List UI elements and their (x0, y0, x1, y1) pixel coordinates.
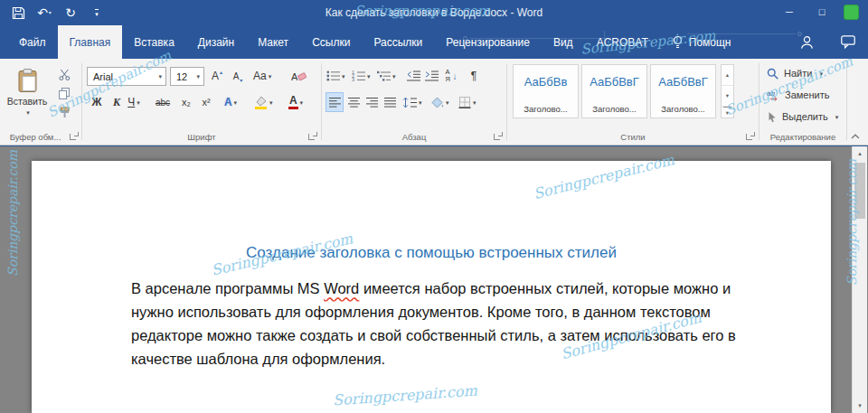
tab-references[interactable]: Ссылки (300, 25, 362, 59)
undo-icon: ↶ (37, 6, 48, 19)
tab-design[interactable]: Дизайн (186, 25, 246, 59)
style-card-heading2[interactable]: АаБбВвГ Заголово... (581, 64, 647, 118)
vertical-scrollbar[interactable]: ▴ ▾ (852, 146, 867, 413)
gallery-more-button[interactable]: ▾ (723, 107, 731, 117)
gallery-up-button[interactable]: ▴ (722, 65, 733, 86)
replace-label: Заменить (785, 89, 829, 100)
shading-button[interactable]: ▾ (431, 93, 449, 111)
svg-text:3: 3 (352, 77, 354, 81)
style-preview: АаБбВв (514, 75, 578, 89)
caret-down-icon: ▾ (26, 109, 30, 116)
show-paragraph-marks-button[interactable]: ¶ (466, 67, 482, 85)
align-right-button[interactable] (363, 93, 380, 111)
underline-letter: Ч (127, 96, 135, 108)
align-center-button[interactable] (345, 93, 362, 111)
tab-insert[interactable]: Вставка (122, 25, 186, 59)
bullet-list-icon (326, 70, 340, 81)
bullets-button[interactable]: ▾ (326, 67, 345, 85)
font-color-button[interactable]: А▾ (288, 93, 304, 111)
strikethrough-button[interactable]: abc (155, 93, 171, 111)
cut-button[interactable] (54, 66, 74, 82)
style-card-heading3[interactable]: АаБбВвГ Заголово... (650, 64, 716, 118)
replace-icon: ab (767, 89, 779, 101)
tab-review[interactable]: Рецензирование (434, 25, 542, 59)
clear-formatting-button[interactable]: А (290, 67, 307, 85)
document-page[interactable]: Создание заголовка с помощью встроенных … (32, 161, 831, 413)
scrollbar-thumb[interactable] (854, 163, 865, 219)
font-dialog-launcher[interactable] (308, 131, 318, 141)
align-left-button[interactable] (326, 93, 343, 111)
editing-group-label: Редактирование (760, 132, 846, 142)
styles-dialog-launcher[interactable] (746, 131, 756, 141)
format-painter-button[interactable] (54, 104, 74, 120)
style-card-heading1[interactable]: АаБбВв Заголово... (513, 64, 579, 118)
misspelled-word: Word (324, 280, 359, 296)
caret-down-icon: ▾ (419, 99, 422, 106)
caret-down-icon: ▾ (342, 73, 345, 80)
document-paragraph[interactable]: В арсенале программы MS Word имеется наб… (131, 277, 755, 371)
highlight-color-button[interactable]: ▾ (254, 93, 273, 111)
grow-font-button[interactable]: А▴ (209, 67, 225, 85)
paste-button[interactable]: Вставить ▾ (5, 63, 50, 128)
text-effects-button[interactable]: А▾ (222, 93, 239, 111)
collapse-ribbon-button[interactable] (851, 134, 860, 139)
replace-button[interactable]: ab Заменить (767, 87, 829, 103)
find-button[interactable]: Найти ▾ (767, 65, 823, 81)
font-group: Arial ▾ 12 ▾ А▴ А▾ Aa▾ А Ж К Ч▾ abc x₂ x… (82, 59, 321, 145)
customize-quick-access-button[interactable]: ▾ (90, 5, 104, 21)
document-heading[interactable]: Создание заголовка с помощью встроенных … (95, 244, 768, 262)
clipboard-dialog-launcher[interactable] (70, 131, 80, 141)
change-case-button[interactable]: Aa▾ (253, 67, 271, 85)
italic-button[interactable]: К (108, 93, 125, 111)
svg-text:А: А (291, 71, 298, 82)
line-spacing-button[interactable]: ▾ (402, 93, 422, 111)
superscript-button[interactable]: x² (198, 93, 214, 111)
font-name-combo[interactable]: Arial ▾ (87, 67, 166, 86)
caret-down-icon: ▾ (269, 99, 273, 106)
decrease-indent-button[interactable] (405, 67, 421, 85)
tab-view[interactable]: Вид (542, 25, 585, 59)
minimize-button[interactable]: ─ (778, 4, 800, 20)
underline-button[interactable]: Ч▾ (126, 93, 142, 111)
copy-button[interactable] (54, 85, 74, 101)
tab-mailings[interactable]: Рассылки (362, 25, 434, 59)
tab-file[interactable]: Файл (7, 25, 58, 59)
bold-button[interactable]: Ж (89, 93, 105, 111)
scroll-up-button[interactable]: ▴ (853, 146, 867, 161)
paragraph-text: В арсенале программы MS (131, 280, 324, 296)
redo-button[interactable]: ↻ (63, 5, 78, 21)
tab-assistant[interactable]: Помощн (660, 25, 743, 59)
tab-acrobat[interactable]: ACROBAT (585, 25, 660, 59)
borders-button[interactable]: ▾ (458, 93, 476, 111)
down-arrow-icon: ▾ (240, 77, 242, 83)
shrink-font-button[interactable]: А▾ (230, 67, 246, 85)
scroll-down-button[interactable]: ▾ (853, 399, 867, 413)
green-corner-badge[interactable] (844, 5, 859, 20)
style-preview: АаБбВвГ (651, 75, 715, 89)
tab-layout[interactable]: Макет (246, 25, 300, 59)
style-label: Заголово... (651, 104, 715, 114)
redo-icon: ↻ (65, 6, 76, 19)
tab-home[interactable]: Главная (58, 25, 123, 59)
gallery-down-button[interactable]: ▾ (722, 86, 733, 107)
multilevel-list-button[interactable]: ▾ (377, 67, 396, 85)
user-icon (800, 35, 814, 50)
save-button[interactable] (11, 5, 25, 21)
paragraph-dialog-launcher[interactable] (494, 131, 504, 141)
share-comment-button[interactable] (841, 35, 855, 49)
ribbon: Вставить ▾ Буфер обм... Arial ▾ 12 ▾ А▴ … (0, 59, 868, 145)
sign-in-button[interactable] (800, 35, 814, 50)
subscript-button[interactable]: x₂ (178, 93, 194, 111)
increase-indent-button[interactable] (423, 67, 439, 85)
maximize-button[interactable]: □ (811, 4, 833, 20)
ribbon-tabs: Файл Главная Вставка Дизайн Макет Ссылки… (7, 25, 742, 59)
justify-button[interactable] (382, 93, 398, 111)
numbering-button[interactable]: 123▾ (352, 67, 371, 85)
undo-button[interactable]: ↶▾ (37, 5, 52, 21)
grow-font-letter: А (212, 70, 219, 82)
sort-button[interactable]: АЯ↓ (443, 67, 459, 85)
select-button[interactable]: Выделить ▾ (767, 108, 838, 125)
caret-down-icon: ▾ (234, 99, 238, 106)
font-size-combo[interactable]: 12 ▾ (170, 67, 204, 86)
window-title: Как сделать заголовки в Ворде.docx - Wor… (0, 0, 868, 25)
